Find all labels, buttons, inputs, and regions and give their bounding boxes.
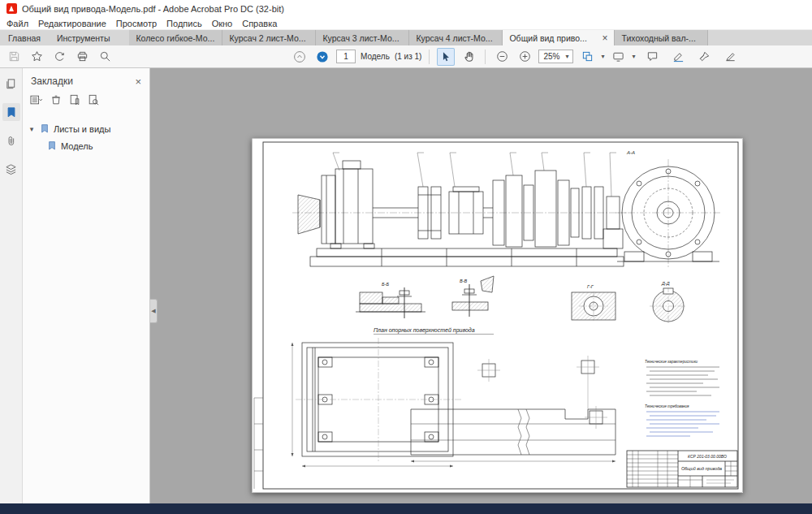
tab-spacer xyxy=(118,30,129,45)
options-list-icon xyxy=(29,94,43,106)
acrobat-icon xyxy=(6,3,17,14)
share-button[interactable] xyxy=(50,48,68,66)
detail-gg xyxy=(572,292,615,321)
bookmark-options-button[interactable] xyxy=(29,94,43,106)
bookmarks-tree: ▾ Листы и виды Модель xyxy=(23,112,149,154)
menu-sign[interactable]: Подпись xyxy=(162,19,207,28)
detail-dd xyxy=(650,287,687,325)
highlight-button[interactable] xyxy=(669,48,687,66)
title-bar: Общий вид привода-Модель.pdf - Adobe Acr… xyxy=(0,0,812,17)
doc-tab-kursach4[interactable]: Курсач 4 лист-Мо... xyxy=(409,30,503,45)
front-view xyxy=(292,161,627,266)
toolbar-separator xyxy=(485,50,486,64)
drawing-title: Общий вид привода xyxy=(681,466,722,471)
attachments-button[interactable] xyxy=(2,132,20,149)
plan-caption: План опорных поверхностей привода xyxy=(374,327,475,334)
chevron-down-icon[interactable]: ▾ xyxy=(601,54,604,60)
detail-bb xyxy=(356,287,425,318)
save-button[interactable] xyxy=(5,48,23,66)
tech-char-title: Технические характеристики xyxy=(645,360,698,364)
document-area: ◀ xyxy=(150,68,812,503)
layers-icon xyxy=(5,163,17,175)
menu-bar: Файл Редактирование Просмотр Подпись Окн… xyxy=(0,17,812,30)
section-label-vv: В-В xyxy=(460,279,468,283)
page-display-button[interactable] xyxy=(609,48,627,66)
page-down-icon xyxy=(316,50,329,63)
select-tool-button[interactable] xyxy=(437,48,455,66)
pages-icon xyxy=(5,78,17,90)
sign-button[interactable] xyxy=(695,48,713,66)
next-page-button[interactable] xyxy=(313,48,331,66)
star-button[interactable] xyxy=(28,48,45,66)
menu-help[interactable]: Справка xyxy=(237,19,282,28)
bookmark-item-model[interactable]: Модель xyxy=(23,137,149,154)
doc-tab-koleso[interactable]: Колесо гибкое-Мо... xyxy=(129,30,222,45)
page-up-icon xyxy=(293,50,306,63)
share-icon xyxy=(54,50,66,63)
doc-tab-obshchiy-vid[interactable]: Общий вид приво... × xyxy=(503,30,615,45)
fill-sign-button[interactable] xyxy=(721,48,739,66)
bookmark-icon xyxy=(47,140,57,151)
page-count-label: (1 из 1) xyxy=(395,52,422,61)
screen-icon xyxy=(612,50,624,63)
toolbar-separator xyxy=(429,50,430,64)
page-thumbnails-button[interactable] xyxy=(2,75,20,93)
tab-home[interactable]: Главная xyxy=(0,30,49,45)
detail-vv xyxy=(452,276,494,317)
zoom-level-dropdown[interactable]: 25% ▾ xyxy=(538,50,573,63)
new-bookmark-icon xyxy=(69,94,80,106)
menu-file[interactable]: Файл xyxy=(2,19,33,28)
bookmarks-tab-button[interactable] xyxy=(2,103,20,121)
panel-collapse-handle[interactable]: ◀ xyxy=(150,299,158,323)
zoom-in-icon xyxy=(519,50,531,63)
chevron-down-icon[interactable]: ▾ xyxy=(28,125,36,133)
pen-nib-icon xyxy=(698,50,710,63)
tab-tools[interactable]: Инструменты xyxy=(49,30,118,45)
doc-tab-kursach2[interactable]: Курсач 2 лист-Мо... xyxy=(222,30,316,45)
hand-icon xyxy=(463,50,475,63)
doc-tab-tihohodny-val[interactable]: Тихоходный вал-... xyxy=(615,30,708,45)
tab-bar: Главная Инструменты Колесо гибкое-Мо... … xyxy=(0,30,812,45)
window-title: Общий вид привода-Модель.pdf - Adobe Acr… xyxy=(22,4,284,14)
zoom-out-button[interactable] xyxy=(493,48,511,66)
section-label-aa: А-А xyxy=(626,150,635,155)
close-tab-icon[interactable]: × xyxy=(602,33,607,43)
side-view xyxy=(615,159,721,268)
chevron-down-icon: ▾ xyxy=(565,54,568,60)
plan-view xyxy=(296,338,461,461)
paperclip-icon xyxy=(6,135,17,147)
callout-leaders xyxy=(333,153,616,197)
menu-view[interactable]: Просмотр xyxy=(111,19,162,28)
zoom-out-icon xyxy=(496,50,508,63)
close-panel-button[interactable]: × xyxy=(135,76,141,87)
new-bookmark-button[interactable] xyxy=(69,94,80,106)
windows-taskbar[interactable] xyxy=(0,503,812,514)
comment-bubble-icon xyxy=(646,50,659,63)
zoom-in-button[interactable] xyxy=(516,48,533,66)
doc-number: КСР 201-03.00.00ВО xyxy=(688,454,727,459)
delete-bookmark-button[interactable] xyxy=(50,94,62,106)
print-button[interactable] xyxy=(73,48,91,66)
menu-edit[interactable]: Редактирование xyxy=(33,19,111,28)
chevron-down-icon[interactable]: ▾ xyxy=(632,54,635,60)
select-arrow-icon xyxy=(440,51,451,63)
search-icon xyxy=(99,50,111,63)
star-icon xyxy=(31,50,43,63)
bookmark-item-sheets[interactable]: ▾ Листы и виды xyxy=(23,120,149,137)
search-button[interactable] xyxy=(96,48,114,66)
menu-window[interactable]: Окно xyxy=(207,19,238,28)
expand-bookmarks-button[interactable] xyxy=(88,94,99,106)
pdf-page[interactable]: А-А Б-Б В-В xyxy=(252,138,743,493)
comment-button[interactable] xyxy=(643,48,661,66)
tech-req-title: Технические требования xyxy=(645,404,689,408)
tech-requirements: Технические требования xyxy=(645,404,719,436)
page-number-input[interactable]: 1 xyxy=(336,50,356,63)
layers-button[interactable] xyxy=(2,160,20,178)
hand-tool-button[interactable] xyxy=(460,48,477,66)
doc-tab-kursach3[interactable]: Курсач 3 лист-Мо... xyxy=(316,30,409,45)
main-toolbar: 1 Модель (1 из 1) 25% ▾ ▾ ▾ xyxy=(0,45,812,68)
section-label-dd: Д-Д xyxy=(661,281,670,286)
previous-page-button[interactable] xyxy=(291,48,309,66)
drawing-canvas: А-А Б-Б В-В xyxy=(252,138,743,493)
fit-width-button[interactable] xyxy=(578,48,596,66)
